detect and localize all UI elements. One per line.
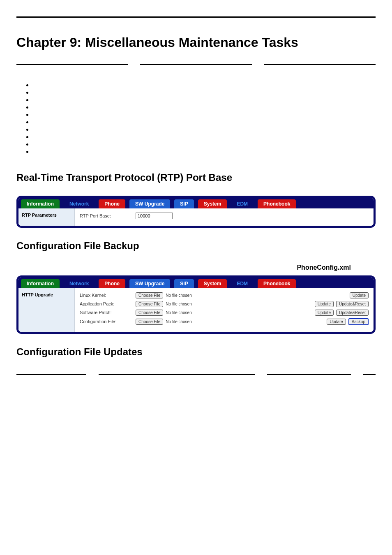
rtp-panel: Information Network Phone SW Upgrade SIP… xyxy=(16,196,376,228)
tab-information[interactable]: Information xyxy=(21,279,60,288)
tab-edm[interactable]: EDM xyxy=(231,199,254,208)
section-backup-title: Configuration File Backup xyxy=(16,240,376,252)
no-file-text: No file chosen xyxy=(166,302,191,306)
tab-network[interactable]: Network xyxy=(64,199,95,208)
tab-phone[interactable]: Phone xyxy=(99,199,125,208)
tab-information[interactable]: Information xyxy=(21,199,60,208)
bottom-separator xyxy=(16,374,376,375)
http-upgrade-panel: Information Network Phone SW Upgrade SIP… xyxy=(16,275,376,334)
chapter-title: Chapter 9: Miscellaneous Maintenance Tas… xyxy=(16,34,376,51)
backup-button[interactable]: Backup xyxy=(348,318,369,325)
tab-sw-upgrade[interactable]: SW Upgrade xyxy=(129,199,170,208)
section-updates-title: Configuration File Updates xyxy=(16,346,376,358)
choose-file-button[interactable]: Choose File xyxy=(136,310,163,316)
backup-filename: PhoneConfig.xml xyxy=(16,264,351,271)
top-rule xyxy=(16,16,376,18)
section-rtp-title: Real-Time Transport Protocol (RTP) Port … xyxy=(16,172,376,183)
choose-file-button[interactable]: Choose File xyxy=(136,301,163,307)
rtp-port-base-label: RTP Port Base: xyxy=(80,213,133,218)
tab-row-2: Information Network Phone SW Upgrade SIP… xyxy=(18,278,374,288)
no-file-text: No file chosen xyxy=(166,310,191,315)
update-button[interactable]: Update xyxy=(327,319,346,325)
http-upgrade-side-label: HTTP Upgrade xyxy=(18,288,75,332)
no-file-text: No file chosen xyxy=(166,293,191,298)
update-reset-button[interactable]: Update&Reset xyxy=(336,310,369,316)
patch-label: Software Patch: xyxy=(80,310,133,315)
rtp-port-base-input[interactable] xyxy=(136,213,173,219)
update-button[interactable]: Update xyxy=(350,292,369,298)
tab-system[interactable]: System xyxy=(198,279,227,288)
tab-sip[interactable]: SIP xyxy=(174,279,194,288)
kernel-label: Linux Kernel: xyxy=(80,293,133,298)
update-reset-button[interactable]: Update&Reset xyxy=(336,301,369,307)
rtp-side-label: RTP Parameters xyxy=(18,208,75,226)
tab-row: Information Network Phone SW Upgrade SIP… xyxy=(18,198,374,208)
tab-phonebook[interactable]: Phonebook xyxy=(258,279,296,288)
separator-row xyxy=(16,64,376,65)
tab-phone[interactable]: Phone xyxy=(99,279,125,288)
tab-edm[interactable]: EDM xyxy=(231,279,254,288)
bullet-list xyxy=(33,81,376,155)
tab-system[interactable]: System xyxy=(198,199,227,208)
tab-phonebook[interactable]: Phonebook xyxy=(258,199,296,208)
tab-sw-upgrade[interactable]: SW Upgrade xyxy=(129,279,170,288)
update-button[interactable]: Update xyxy=(315,310,334,316)
config-label: Configuration File: xyxy=(80,319,133,324)
update-button[interactable]: Update xyxy=(315,301,334,307)
tab-network[interactable]: Network xyxy=(64,279,95,288)
choose-file-button[interactable]: Choose File xyxy=(136,292,163,298)
app-label: Application Pack: xyxy=(80,301,133,306)
choose-file-button[interactable]: Choose File xyxy=(136,319,163,325)
no-file-text: No file chosen xyxy=(166,319,191,324)
tab-sip[interactable]: SIP xyxy=(174,199,194,208)
